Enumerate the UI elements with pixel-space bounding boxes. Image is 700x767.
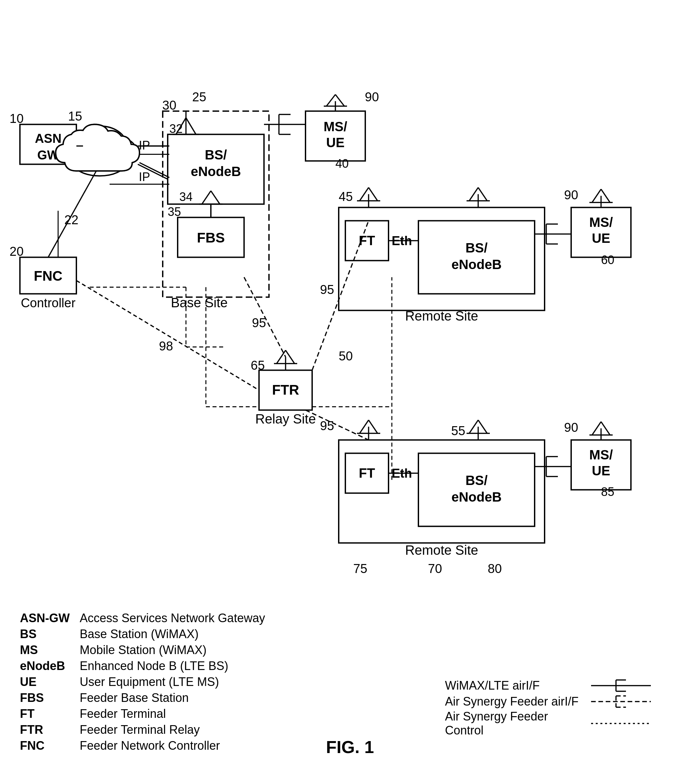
- label-95c: 95: [320, 419, 334, 433]
- remote-site-bot-label: Remote Site: [405, 543, 478, 557]
- legend-abbr-asn-gw: ASN-GW: [20, 611, 80, 625]
- ip-label-top: IP: [139, 138, 150, 152]
- svg-rect-42: [339, 208, 544, 310]
- legend-row-ue: UE User Equipment (LTE MS): [20, 675, 445, 691]
- svg-line-45: [368, 188, 378, 201]
- label-90b: 90: [564, 188, 578, 202]
- legend-abbr-ue: UE: [20, 675, 80, 689]
- label-95a: 95: [252, 316, 266, 330]
- ms-ue-rt-1: MS/: [589, 215, 613, 229]
- legend-row-bs: BS Base Station (WiMAX): [20, 627, 445, 643]
- svg-rect-64: [339, 440, 544, 543]
- legend-left: ASN-GW Access Services Network Gateway B…: [20, 611, 445, 755]
- svg-line-28: [186, 118, 196, 135]
- legend-row-ft: FT Feeder Terminal: [20, 707, 445, 723]
- legend-row-enodeb: eNodeB Enhanced Node B (LTE BS): [20, 659, 445, 675]
- label-80: 80: [488, 562, 502, 576]
- label-32: 32: [169, 122, 183, 135]
- label-95b: 95: [320, 283, 334, 297]
- label-34: 34: [179, 190, 193, 204]
- legend-area: ASN-GW Access Services Network Gateway B…: [20, 605, 684, 755]
- label-90c: 90: [564, 420, 578, 434]
- legend-row-fbs: FBS Feeder Base Station: [20, 691, 445, 707]
- label-75: 75: [353, 562, 367, 576]
- label-22: 22: [64, 213, 78, 227]
- ip-label-bot: IP: [139, 170, 150, 184]
- legend-desc-ft: Feeder Terminal: [80, 707, 445, 721]
- legend-abbr-ft: FT: [20, 707, 80, 721]
- fbs-label: FBS: [197, 230, 225, 245]
- label-90a: 90: [365, 90, 379, 104]
- legend-row-asn-gw: ASN-GW Access Services Network Gateway: [20, 611, 445, 627]
- bs-enodeb-main-1: BS/: [205, 148, 227, 162]
- legend-right: WiMAX/LTE airI/F Air Synergy Feeder airI…: [445, 611, 684, 755]
- svg-line-44: [360, 188, 368, 201]
- legend-desc-ue: User Equipment (LTE MS): [80, 675, 445, 689]
- ms-ue-rb-1: MS/: [589, 447, 613, 462]
- svg-line-39: [326, 95, 335, 106]
- legend-desc-fnc: Feeder Network Controller: [80, 739, 445, 753]
- svg-line-67: [368, 420, 378, 433]
- legend-desc-asn-gw: Access Services Network Gateway: [80, 611, 445, 625]
- bs-enodeb-rt-2: eNodeB: [451, 257, 502, 272]
- fig-label: FIG. 1: [326, 737, 374, 757]
- svg-line-71: [478, 420, 487, 433]
- label-98: 98: [159, 339, 173, 353]
- label-85: 85: [601, 485, 614, 499]
- label-55: 55: [451, 424, 465, 438]
- svg-line-78: [592, 422, 601, 435]
- legend-desc-fbs: Feeder Base Station: [80, 691, 445, 705]
- ms-ue-top-2: UE: [326, 135, 345, 150]
- legend-abbr-bs: BS: [20, 627, 80, 641]
- legend-right-desc-wimax: WiMAX/LTE airI/F: [445, 679, 584, 692]
- legend-line-dotted: [591, 716, 651, 731]
- bs-enodeb-rb-1: BS/: [465, 473, 488, 488]
- legend-right-row-wimax: WiMAX/LTE airI/F: [445, 678, 684, 694]
- legend-right-row-asf: Air Synergy Feeder airI/F: [445, 694, 684, 710]
- legend-row-fnc: FNC Feeder Network Controller: [20, 739, 445, 755]
- ftr-label: FTR: [272, 382, 299, 398]
- ft-bot-label: FT: [359, 466, 375, 481]
- label-40: 40: [335, 157, 349, 170]
- legend-row-ftr: FTR Feeder Terminal Relay: [20, 723, 445, 739]
- bs-enodeb-rb-2: eNodeB: [451, 490, 502, 504]
- label-30: 30: [162, 98, 176, 112]
- ms-ue-rt-2: UE: [592, 231, 610, 245]
- legend-line-solid-z: [591, 678, 651, 693]
- svg-line-33: [202, 191, 211, 204]
- legend-right-desc-control: Air Synergy Feeder Control: [445, 710, 584, 737]
- page: ASN GW 10 cloud 15 IP IP FNC 20 Controll…: [0, 0, 700, 767]
- ms-ue-rb-2: UE: [592, 463, 610, 478]
- label-25: 25: [192, 90, 206, 104]
- label-60: 60: [601, 253, 614, 267]
- controller-label: Controller: [21, 296, 76, 310]
- svg-line-40: [335, 95, 344, 106]
- svg-line-62: [286, 350, 295, 364]
- label-65: 65: [251, 358, 265, 372]
- ms-ue-top-1: MS/: [324, 119, 347, 134]
- label-10: 10: [10, 111, 24, 126]
- svg-line-49: [478, 188, 487, 201]
- legend-abbr-fbs: FBS: [20, 691, 80, 705]
- fnc-label: FNC: [34, 268, 62, 284]
- legend-abbr-enodeb: eNodeB: [20, 659, 80, 673]
- relay-site-label: Relay Site: [256, 412, 316, 426]
- remote-site-top-label: Remote Site: [405, 309, 478, 323]
- svg-line-61: [276, 350, 286, 364]
- svg-line-70: [469, 420, 478, 433]
- label-35: 35: [168, 205, 181, 219]
- legend-right-desc-asf: Air Synergy Feeder airI/F: [445, 695, 584, 708]
- svg-line-34: [211, 191, 220, 204]
- legend-desc-enodeb: Enhanced Node B (LTE BS): [80, 659, 445, 673]
- bs-enodeb-main-2: eNodeB: [190, 164, 241, 179]
- label-20: 20: [10, 245, 24, 258]
- legend-desc-ms: Mobile Station (WiMAX): [80, 643, 445, 657]
- svg-line-56: [592, 189, 601, 203]
- legend-desc-ftr: Feeder Terminal Relay: [80, 723, 445, 737]
- legend-abbr-ftr: FTR: [20, 723, 80, 737]
- bs-enodeb-rt-1: BS/: [465, 240, 488, 255]
- legend-abbr-ms: MS: [20, 643, 80, 657]
- svg-line-48: [469, 188, 478, 201]
- svg-line-57: [601, 189, 610, 203]
- label-15: 15: [68, 109, 82, 123]
